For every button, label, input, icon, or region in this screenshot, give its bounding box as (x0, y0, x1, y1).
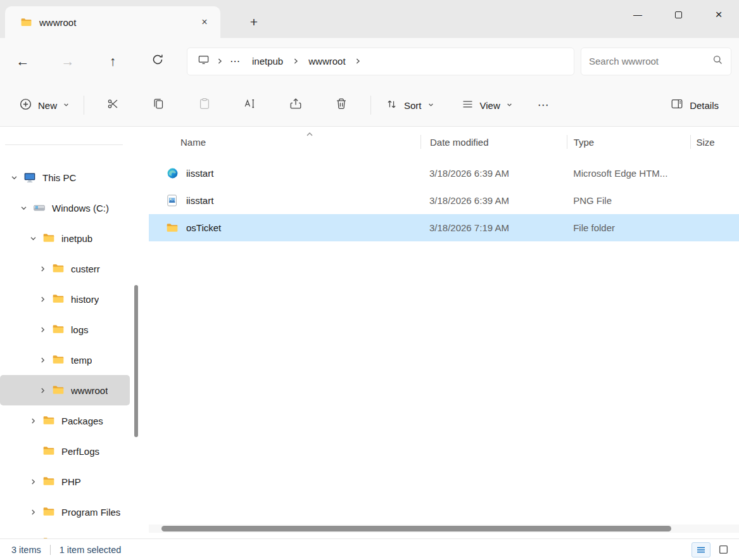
sidebar-item-label: temp (71, 355, 92, 366)
tab-close-icon[interactable]: × (196, 14, 213, 30)
sidebar-item-perflogs[interactable]: PerfLogs (0, 436, 130, 466)
column-header-date-modified[interactable]: Date modified (421, 127, 567, 157)
back-button[interactable]: ← (9, 48, 37, 75)
view-button[interactable]: View (453, 91, 521, 119)
file-rows: iisstart 3/18/2026 6:39 AM Microsoft Edg… (149, 160, 739, 241)
maximize-button[interactable] (658, 0, 698, 29)
chevron-down-icon[interactable] (9, 172, 19, 182)
paste-button[interactable] (191, 91, 218, 119)
chevron-right-icon[interactable] (37, 294, 47, 304)
file-row[interactable]: iisstart 3/18/2026 6:39 AM PNG File (149, 187, 739, 214)
maximize-icon (675, 11, 682, 18)
breadcrumb-overflow-button[interactable]: ⋯ (225, 51, 244, 72)
minimize-icon: — (633, 10, 642, 20)
sidebar-item-packages[interactable]: Packages (0, 405, 130, 436)
file-name-label: iisstart (186, 168, 213, 179)
sidebar-item-label: Packages (61, 416, 103, 426)
sidebar-item-temp[interactable]: temp (0, 345, 130, 375)
explorer-tab[interactable]: wwwroot × (5, 6, 220, 38)
sidebar-item-inetpub[interactable]: inetpub (0, 223, 130, 253)
chevron-right-icon[interactable] (37, 355, 47, 365)
sidebar-item-custerr[interactable]: custerr (0, 253, 130, 284)
up-button[interactable]: ↑ (99, 48, 127, 75)
sidebar-item-logs[interactable]: logs (0, 314, 130, 345)
trash-icon (334, 97, 348, 113)
sidebar-item-label: wwwroot (71, 385, 108, 396)
rename-button[interactable] (236, 91, 264, 119)
circle-plus-icon (19, 98, 32, 113)
search-input[interactable] (589, 56, 712, 67)
breadcrumb-segment-inetpub[interactable]: inetpub (245, 51, 290, 72)
new-button[interactable]: New (11, 91, 77, 119)
sidebar-item-wwwroot[interactable]: wwwroot (0, 375, 130, 405)
refresh-icon (151, 53, 164, 69)
sidebar-item-history[interactable]: history (0, 284, 130, 314)
column-headers: Name Date modified Type Size (149, 127, 739, 157)
file-row[interactable]: osTicket 3/18/2026 7:19 AM File folder (149, 214, 739, 241)
this-pc-crumb-button[interactable] (193, 51, 214, 72)
folder-icon (51, 353, 65, 367)
horizontal-scrollbar[interactable] (149, 525, 739, 533)
copy-button[interactable] (145, 91, 173, 119)
chevron-right-icon[interactable] (28, 416, 38, 426)
selection-status: 1 item selected (60, 545, 122, 555)
folder-icon (42, 474, 56, 488)
large-icons-view-button[interactable] (714, 542, 733, 557)
sort-button[interactable]: Sort (377, 91, 442, 119)
horizontal-scrollbar-thumb[interactable] (161, 526, 671, 531)
refresh-button[interactable] (144, 48, 172, 75)
drive-icon (32, 201, 46, 215)
share-icon (289, 97, 303, 113)
share-button[interactable] (282, 91, 310, 119)
details-pane-button[interactable]: Details (664, 91, 725, 119)
sidebar-item-program-files[interactable]: Program Files (0, 497, 130, 527)
sidebar-item-php[interactable]: PHP (0, 466, 130, 497)
chevron-down-icon[interactable] (18, 203, 28, 213)
file-row[interactable]: iisstart 3/18/2026 6:39 AM Microsoft Edg… (149, 160, 739, 187)
minimize-button[interactable]: — (617, 0, 658, 29)
sort-ascending-icon (306, 128, 313, 139)
address-bar[interactable]: ⋯ inetpub wwwroot (187, 48, 574, 75)
close-icon: × (715, 8, 722, 22)
toolbar-divider (84, 96, 84, 115)
file-name-cell: iisstart (161, 194, 420, 208)
sidebar-scrollbar[interactable] (134, 285, 138, 437)
chevron-right-icon[interactable] (37, 324, 47, 334)
column-header-size[interactable]: Size (691, 127, 739, 157)
column-header-name[interactable]: Name (161, 127, 421, 157)
sidebar-item-label: Windows (C:) (52, 203, 109, 213)
monitor-icon (23, 170, 37, 184)
chevron-right-icon[interactable] (28, 476, 38, 487)
column-header-type[interactable]: Type (567, 127, 692, 157)
tab-title: wwwroot (39, 17, 76, 28)
sidebar-item-label: Program Files (61, 507, 120, 518)
file-explorer-window: wwwroot × + — × ← → ↑ (0, 0, 739, 560)
chevron-down-icon[interactable] (28, 233, 38, 243)
chevron-right-icon[interactable] (37, 385, 47, 395)
file-type-cell: Microsoft Edge HTM... (567, 168, 691, 179)
more-options-button[interactable]: ⋯ (531, 91, 556, 119)
search-box[interactable] (581, 48, 731, 75)
sidebar-item-label: PerfLogs (61, 446, 99, 457)
new-tab-button[interactable]: + (244, 13, 263, 32)
paste-icon (198, 97, 212, 113)
sidebar-item-label: logs (71, 324, 89, 335)
forward-button[interactable]: → (54, 48, 82, 75)
folder-icon (165, 221, 179, 235)
nav-buttons: ← → ↑ (9, 48, 172, 75)
chevron-right-icon[interactable] (37, 264, 47, 274)
sidebar-item-program-files-x86-[interactable]: Program Files (x86) (0, 527, 130, 538)
delete-button[interactable] (327, 91, 355, 119)
details-view-button[interactable] (692, 542, 711, 557)
sidebar-item-windows-c-[interactable]: Windows (C:) (0, 193, 130, 223)
sidebar-item-this-pc[interactable]: This PC (0, 162, 130, 193)
monitor-icon (198, 54, 210, 68)
close-button[interactable]: × (698, 0, 739, 29)
breadcrumb-segment-wwwroot[interactable]: wwwroot (301, 51, 352, 72)
folder-icon (42, 444, 56, 458)
chevron-right-icon[interactable] (28, 507, 38, 517)
rename-icon (243, 97, 257, 113)
column-header-size-label: Size (696, 137, 714, 148)
file-date-cell: 3/18/2026 6:39 AM (420, 168, 567, 179)
cut-button[interactable] (99, 91, 127, 119)
